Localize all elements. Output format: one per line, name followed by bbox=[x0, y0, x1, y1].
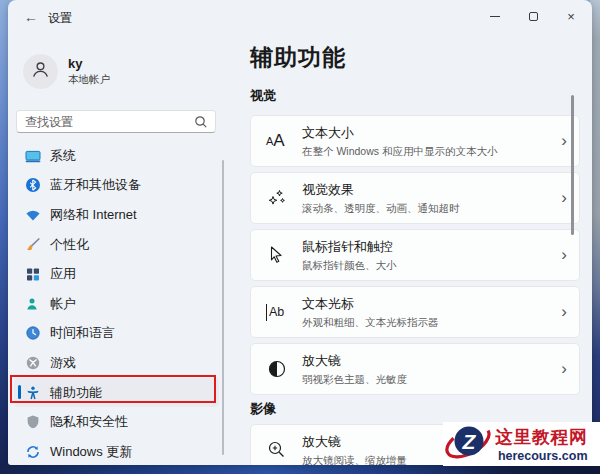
chevron-right-icon: › bbox=[561, 132, 567, 151]
maximize-icon bbox=[529, 12, 538, 21]
sidebar-item-label: 网络和 Internet bbox=[50, 206, 137, 224]
back-icon: ← bbox=[24, 9, 38, 25]
sidebar-scrollbar[interactable] bbox=[222, 160, 224, 455]
user-name: ky bbox=[68, 56, 82, 71]
card-title: 鼠标指针和触控 bbox=[302, 238, 397, 256]
settings-window: ← 设置 × ky 本地帐户 系统 蓝牙和其他设备 bbox=[8, 0, 592, 465]
user-account-type: 本地帐户 bbox=[68, 73, 110, 87]
sidebar-item-label: 时间和语言 bbox=[50, 324, 115, 342]
search-box[interactable] bbox=[16, 110, 216, 133]
sidebar: ky 本地帐户 系统 蓝牙和其他设备 网络和 Internet 个性化 bbox=[8, 34, 240, 465]
card-subtitle: 放大镜阅读、缩放增量 bbox=[302, 454, 407, 466]
close-icon: × bbox=[567, 9, 575, 24]
sidebar-item-accessibility[interactable]: 辅助功能 bbox=[14, 378, 219, 408]
section-label-video: 影像 bbox=[250, 400, 580, 418]
clock-icon bbox=[25, 325, 41, 341]
maximize-button[interactable] bbox=[514, 2, 552, 30]
magnifier-icon bbox=[266, 439, 292, 461]
text-cursor-icon: Ab bbox=[266, 304, 292, 321]
apps-icon bbox=[25, 266, 41, 282]
watermark-site-name: 这里教程网 bbox=[495, 425, 588, 449]
sidebar-item-label: 辅助功能 bbox=[50, 384, 102, 402]
brush-icon bbox=[25, 237, 41, 253]
back-button[interactable]: ← bbox=[20, 7, 42, 27]
sidebar-item-label: 隐私和安全性 bbox=[50, 413, 128, 431]
chevron-right-icon: › bbox=[561, 189, 567, 208]
card-subtitle: 弱视彩色主题、光敏度 bbox=[302, 373, 407, 387]
system-icon bbox=[25, 148, 41, 164]
sidebar-nav: 系统 蓝牙和其他设备 网络和 Internet 个性化 应用 帐户 bbox=[14, 141, 219, 465]
sidebar-item-label: Windows 更新 bbox=[50, 443, 132, 461]
sidebar-item-windows-update[interactable]: Windows 更新 bbox=[14, 437, 219, 465]
sparkles-icon bbox=[266, 187, 292, 209]
card-subtitle: 滚动条、透明度、动画、通知超时 bbox=[302, 202, 460, 216]
card-title: 放大镜 bbox=[302, 352, 407, 370]
desktop-wallpaper-bottom bbox=[0, 465, 600, 474]
update-icon bbox=[25, 444, 41, 460]
sidebar-item-label: 蓝牙和其他设备 bbox=[50, 176, 141, 194]
card-contrast-themes[interactable]: 放大镜弱视彩色主题、光敏度 › bbox=[250, 343, 580, 395]
watermark: Z 这里教程网 herecours.com bbox=[443, 422, 600, 466]
selected-indicator bbox=[18, 385, 21, 399]
sidebar-item-bluetooth-devices[interactable]: 蓝牙和其他设备 bbox=[14, 171, 219, 201]
shield-icon bbox=[25, 414, 41, 430]
accessibility-icon bbox=[25, 385, 41, 401]
text-size-icon-small-a: A bbox=[266, 135, 273, 147]
watermark-letter: Z bbox=[462, 430, 477, 453]
card-visual-effects[interactable]: 视觉效果滚动条、透明度、动画、通知超时 › bbox=[250, 172, 580, 224]
titlebar: ← 设置 × bbox=[8, 0, 592, 34]
chevron-right-icon: › bbox=[561, 246, 567, 265]
card-subtitle: 在整个 Windows 和应用中显示的文本大小 bbox=[302, 145, 497, 159]
sidebar-item-personalization[interactable]: 个性化 bbox=[14, 230, 219, 260]
card-title: 视觉效果 bbox=[302, 181, 460, 199]
wifi-icon bbox=[25, 207, 41, 223]
sidebar-item-apps[interactable]: 应用 bbox=[14, 259, 219, 289]
card-subtitle: 外观和粗细、文本光标指示器 bbox=[302, 316, 439, 330]
sidebar-item-system[interactable]: 系统 bbox=[14, 141, 219, 171]
main-content: 辅助功能 视觉 AA 文本大小在整个 Windows 和应用中显示的文本大小 ›… bbox=[250, 34, 580, 465]
sidebar-item-label: 个性化 bbox=[50, 236, 89, 254]
card-subtitle: 鼠标指针颜色、大小 bbox=[302, 259, 397, 273]
avatar[interactable] bbox=[23, 54, 58, 89]
search-icon bbox=[194, 115, 208, 133]
watermark-site-url: herecours.com bbox=[498, 449, 588, 463]
contrast-icon bbox=[266, 358, 292, 380]
card-title: 文本大小 bbox=[302, 124, 497, 142]
chevron-right-icon: › bbox=[561, 360, 567, 379]
sidebar-item-gaming[interactable]: 游戏 bbox=[14, 348, 219, 378]
mouse-pointer-icon bbox=[266, 244, 292, 266]
page-title: 辅助功能 bbox=[250, 42, 580, 73]
sidebar-item-label: 系统 bbox=[50, 147, 76, 165]
user-icon bbox=[30, 59, 51, 84]
text-size-icon-large-a: A bbox=[273, 131, 284, 151]
card-title: 文本光标 bbox=[302, 295, 439, 313]
main-scrollbar[interactable] bbox=[571, 95, 574, 235]
minimize-button[interactable] bbox=[476, 2, 514, 30]
text-size-icon: AA bbox=[266, 131, 292, 151]
section-label-vision: 视觉 bbox=[250, 87, 580, 105]
bluetooth-icon bbox=[25, 177, 41, 193]
card-text-cursor[interactable]: Ab 文本光标外观和粗细、文本光标指示器 › bbox=[250, 286, 580, 338]
search-input[interactable] bbox=[25, 111, 185, 132]
window-title: 设置 bbox=[48, 10, 72, 27]
sidebar-item-privacy-security[interactable]: 隐私和安全性 bbox=[14, 407, 219, 437]
close-button[interactable]: × bbox=[552, 2, 590, 30]
sidebar-item-label: 帐户 bbox=[50, 295, 76, 313]
sidebar-item-label: 游戏 bbox=[50, 354, 76, 372]
xbox-icon bbox=[25, 355, 41, 371]
minimize-icon bbox=[490, 16, 500, 17]
card-title: 放大镜 bbox=[302, 433, 407, 451]
chevron-right-icon: › bbox=[561, 303, 567, 322]
sidebar-item-label: 应用 bbox=[50, 265, 76, 283]
card-text-size[interactable]: AA 文本大小在整个 Windows 和应用中显示的文本大小 › bbox=[250, 115, 580, 167]
accounts-icon bbox=[25, 296, 41, 312]
sidebar-item-network-internet[interactable]: 网络和 Internet bbox=[14, 200, 219, 230]
sidebar-item-accounts[interactable]: 帐户 bbox=[14, 289, 219, 319]
watermark-logo-icon: Z bbox=[443, 420, 493, 468]
text-cursor-icon-label: Ab bbox=[266, 304, 284, 321]
card-mouse-pointer-touch[interactable]: 鼠标指针和触控鼠标指针颜色、大小 › bbox=[250, 229, 580, 281]
sidebar-item-time-language[interactable]: 时间和语言 bbox=[14, 319, 219, 349]
